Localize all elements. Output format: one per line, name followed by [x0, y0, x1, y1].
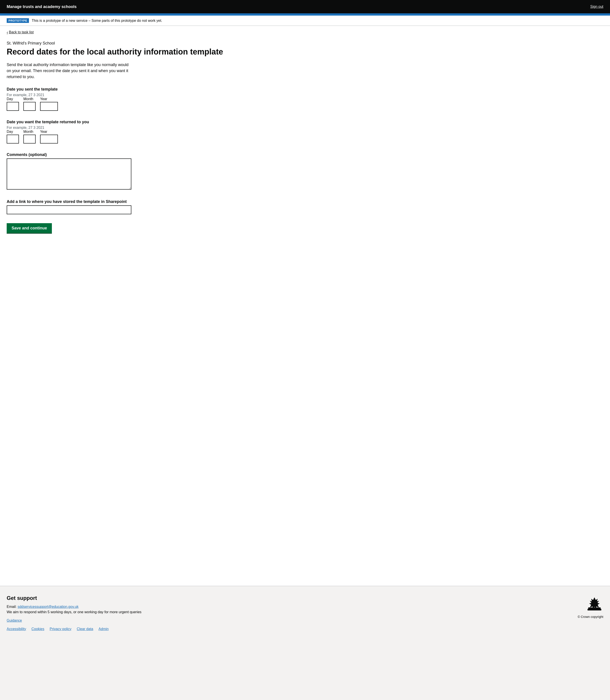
footer-right: © Crown copyright [578, 595, 603, 619]
date-return-month-input[interactable] [23, 135, 36, 144]
date-return-day-field: Day [7, 130, 19, 144]
date-sent-day-input[interactable] [7, 102, 19, 111]
date-return-label: Date you want the template returned to y… [7, 120, 603, 124]
date-sent-year-field: Year [40, 97, 58, 111]
year-label-return: Year [40, 130, 58, 134]
back-link[interactable]: Back to task list [7, 30, 34, 34]
sharepoint-label: Add a link to where you have stored the … [7, 199, 603, 204]
footer-email-prefix: Email: [7, 605, 18, 609]
prototype-tag: PROTOTYPE [7, 18, 29, 23]
school-name: St. Wilfrid's Primary School [7, 41, 603, 46]
comments-group: Comments (optional) [7, 152, 603, 190]
date-return-year-field: Year [40, 130, 58, 144]
site-title[interactable]: Manage trusts and academy schools [7, 4, 77, 9]
page-description: Send the local authority information tem… [7, 62, 131, 80]
comments-label: Comments (optional) [7, 152, 603, 157]
footer-inner: Get support Email: sddservicessupport@ed… [7, 595, 603, 631]
date-sent-day-field: Day [7, 97, 19, 111]
footer-nav-accessibility[interactable]: Accessibility [7, 627, 26, 631]
footer-respond-text: We aim to respond within 5 working days,… [7, 610, 578, 614]
footer-nav-cleardata[interactable]: Clear data [77, 627, 93, 631]
footer-email-line: Email: sddservicessupport@education.gov.… [7, 605, 578, 609]
page-heading: Record dates for the local authority inf… [7, 47, 603, 56]
sharepoint-input[interactable] [7, 205, 131, 214]
day-label-sent: Day [7, 97, 19, 101]
footer-email-link[interactable]: sddservicessupport@education.gov.uk [18, 605, 79, 609]
year-label-sent: Year [40, 97, 58, 101]
footer-nav-cookies[interactable]: Cookies [31, 627, 44, 631]
comments-textarea[interactable] [7, 159, 131, 189]
date-return-inputs: Day Month Year [7, 130, 603, 144]
month-label-sent: Month [23, 97, 36, 101]
footer-nav-privacy[interactable]: Privacy policy [50, 627, 71, 631]
date-sent-inputs: Day Month Year [7, 97, 603, 111]
prototype-message: This is a prototype of a new service – S… [32, 19, 162, 23]
date-return-month-field: Month [23, 130, 36, 144]
save-continue-button[interactable]: Save and continue [7, 223, 52, 233]
crown-logo-icon [585, 595, 603, 613]
blue-accent-bar [0, 13, 610, 16]
day-label-return: Day [7, 130, 19, 134]
copyright-text: © Crown copyright [578, 615, 603, 619]
footer-nav-admin[interactable]: Admin [99, 627, 109, 631]
footer-nav: Accessibility Cookies Privacy policy Cle… [7, 627, 578, 631]
date-sent-year-input[interactable] [40, 102, 58, 111]
svg-rect-1 [588, 609, 601, 610]
date-sent-group: Date you sent the template For example, … [7, 87, 603, 111]
sharepoint-group: Add a link to where you have stored the … [7, 199, 603, 214]
footer-guidance-link[interactable]: Guidance [7, 619, 578, 622]
date-return-year-input[interactable] [40, 135, 58, 144]
date-sent-label: Date you sent the template [7, 87, 603, 92]
date-return-hint: For example, 27 3 2021 [7, 126, 44, 130]
date-return-group: Date you want the template returned to y… [7, 120, 603, 144]
sign-out-link[interactable]: Sign out [590, 5, 603, 9]
site-footer: Get support Email: sddservicessupport@ed… [0, 586, 610, 638]
month-label-return: Month [23, 130, 36, 134]
footer-heading: Get support [7, 595, 578, 601]
main-content: Back to task list St. Wilfrid's Primary … [0, 26, 610, 586]
site-header: Manage trusts and academy schools Sign o… [0, 0, 610, 13]
date-return-day-input[interactable] [7, 135, 19, 144]
date-sent-hint: For example, 27 3 2021 [7, 93, 44, 97]
svg-rect-0 [588, 607, 601, 609]
prototype-banner: PROTOTYPE This is a prototype of a new s… [0, 16, 610, 26]
footer-left: Get support Email: sddservicessupport@ed… [7, 595, 578, 631]
main-form: Date you sent the template For example, … [7, 87, 603, 233]
date-sent-month-field: Month [23, 97, 36, 111]
date-sent-month-input[interactable] [23, 102, 36, 111]
